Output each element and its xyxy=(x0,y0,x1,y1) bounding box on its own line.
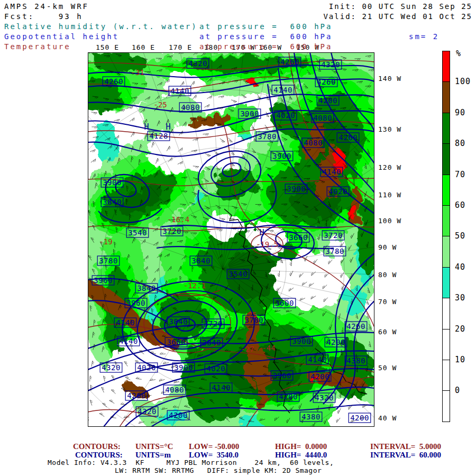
field-height-level: at pressure = 600 hPa xyxy=(199,33,332,41)
height-contour-label: 3840 xyxy=(167,317,189,326)
svg-text:4080: 4080 xyxy=(181,103,200,112)
svg-text:4020: 4020 xyxy=(328,187,347,196)
svg-text:3840: 3840 xyxy=(202,338,221,347)
svg-text:4020: 4020 xyxy=(276,111,295,120)
field-temp-label: Temperature xyxy=(4,43,71,51)
height-contour-label: 4320 xyxy=(100,363,122,372)
svg-text:-27: -27 xyxy=(241,345,254,353)
temperature-contour-label: -25 xyxy=(243,310,257,319)
height-contour-label: 3900 xyxy=(290,336,313,346)
svg-text:4200: 4200 xyxy=(279,392,298,401)
height-contour-label: 4260 xyxy=(315,77,337,87)
height-contour-label: 4140 xyxy=(117,336,140,346)
height-contour-label: 3900 xyxy=(239,109,261,118)
svg-text:4140: 4140 xyxy=(273,86,292,94)
height-contour-label: 4080 xyxy=(312,113,334,123)
top-axis-label: 170 E xyxy=(169,43,192,51)
svg-text:3840: 3840 xyxy=(103,198,122,206)
height-contour-label: 3720 xyxy=(322,231,344,240)
temperature-contour-label: -16.4 xyxy=(167,215,189,224)
height-contour-label: 4260 xyxy=(125,391,148,400)
height-contour-label: 3780 xyxy=(97,256,120,266)
svg-text:4320: 4320 xyxy=(315,393,334,402)
svg-text:3900: 3900 xyxy=(272,152,291,160)
height-contour-label: 4140 xyxy=(272,85,294,95)
height-contour-label: 4080 xyxy=(179,103,202,112)
height-contour-label: 4128 xyxy=(148,131,170,141)
svg-text:4200: 4200 xyxy=(310,372,329,381)
svg-text:4320: 4320 xyxy=(138,407,157,416)
height-contour-label: 3780 xyxy=(324,246,346,256)
height-contour-label: 4320 xyxy=(319,60,342,69)
height-contour-label: 4200 xyxy=(309,372,331,381)
svg-text:3960: 3960 xyxy=(126,299,145,307)
svg-text:4200: 4200 xyxy=(169,411,188,419)
svg-text:4260: 4260 xyxy=(338,133,358,142)
svg-text:4200: 4200 xyxy=(318,96,337,105)
right-axis-label: 70 W xyxy=(378,298,397,306)
svg-text:4260: 4260 xyxy=(127,391,146,400)
temperature-contour-label: -27 xyxy=(241,345,254,353)
colorbar-cell xyxy=(442,267,450,298)
svg-text:-25: -25 xyxy=(243,310,257,319)
svg-text:3720: 3720 xyxy=(204,319,223,328)
colorbar-tick-label: 80 xyxy=(455,139,465,148)
height-contour-label: 4200 xyxy=(277,392,299,401)
colorbar xyxy=(442,51,450,422)
svg-text:4140: 4140 xyxy=(322,168,341,176)
right-axis-label: 130 W xyxy=(378,125,401,133)
svg-text:3540: 3540 xyxy=(128,228,147,237)
field-temp-level: at pressure = 600 hPa xyxy=(199,43,332,51)
svg-text:4320: 4320 xyxy=(321,60,340,69)
temperature-contour-label: -19.5 xyxy=(256,240,278,249)
amps-wrf-forecast-page: { "header": { "model_title": "AMPS 24-km… xyxy=(0,0,476,476)
right-axis-label: 100 W xyxy=(378,217,401,225)
right-axis-label: 110 W xyxy=(378,191,401,199)
svg-text:4140: 4140 xyxy=(119,337,138,345)
svg-text:-25: -25 xyxy=(153,100,167,109)
height-contour-label: 3900 xyxy=(172,363,195,372)
temperature-contour-label: -31 xyxy=(131,68,144,77)
svg-text:3540: 3540 xyxy=(228,270,248,278)
svg-text:4140: 4140 xyxy=(212,383,231,392)
forecast-map: 4320426041404080412842604320426041404200… xyxy=(88,52,374,427)
right-axis-label: 40 W xyxy=(378,414,397,422)
height-contour-label: 4320 xyxy=(187,59,209,68)
svg-text:4320: 4320 xyxy=(188,59,207,68)
colorbar-tick-label: 0 xyxy=(455,386,460,395)
colorbar-tick-label: 100 xyxy=(455,77,471,86)
svg-text:3840: 3840 xyxy=(137,284,156,292)
svg-text:H: H xyxy=(144,122,149,132)
height-contour-label: 3840 xyxy=(135,283,158,293)
colorbar-unit: % xyxy=(456,49,461,58)
height-contour-label: 4020 xyxy=(274,111,297,120)
right-axis-label: 50 W xyxy=(378,364,397,372)
svg-text:3720: 3720 xyxy=(162,227,181,235)
colorbar-cell xyxy=(442,51,450,82)
colorbar-tick-label: 90 xyxy=(455,108,465,117)
svg-text:3900: 3900 xyxy=(287,185,306,193)
height-contour-label: 4080 xyxy=(163,385,186,395)
svg-text:3840: 3840 xyxy=(191,257,210,265)
top-axis-label: 150 E xyxy=(96,43,119,51)
height-contour-label: 3840 xyxy=(101,197,123,207)
colorbar-cell xyxy=(442,205,450,236)
colorbar-tick-label: 30 xyxy=(455,293,465,303)
svg-text:4140: 4140 xyxy=(116,318,135,327)
height-contour-label: 4140 xyxy=(210,383,232,392)
svg-text:-19: -19 xyxy=(99,237,112,246)
temperature-contour-label: -19 xyxy=(99,237,112,246)
height-contour-label: 3540 xyxy=(126,228,149,237)
svg-text:4260: 4260 xyxy=(104,77,123,86)
height-contour-label: 4200 xyxy=(317,96,339,105)
field-rh-label: Relative humidity (w.r.t. water) xyxy=(4,23,198,31)
svg-text:4260: 4260 xyxy=(280,58,299,66)
colorbar-tick-label: 40 xyxy=(455,262,465,272)
svg-text:4020: 4020 xyxy=(206,364,225,373)
svg-text:4080: 4080 xyxy=(165,386,184,394)
right-axis-label: 120 W xyxy=(378,163,401,171)
svg-text:4260: 4260 xyxy=(346,322,365,331)
height-contour-label: 4140 xyxy=(114,318,136,327)
height-contour-label: 4200 xyxy=(325,337,347,347)
svg-text:H: H xyxy=(259,228,264,237)
